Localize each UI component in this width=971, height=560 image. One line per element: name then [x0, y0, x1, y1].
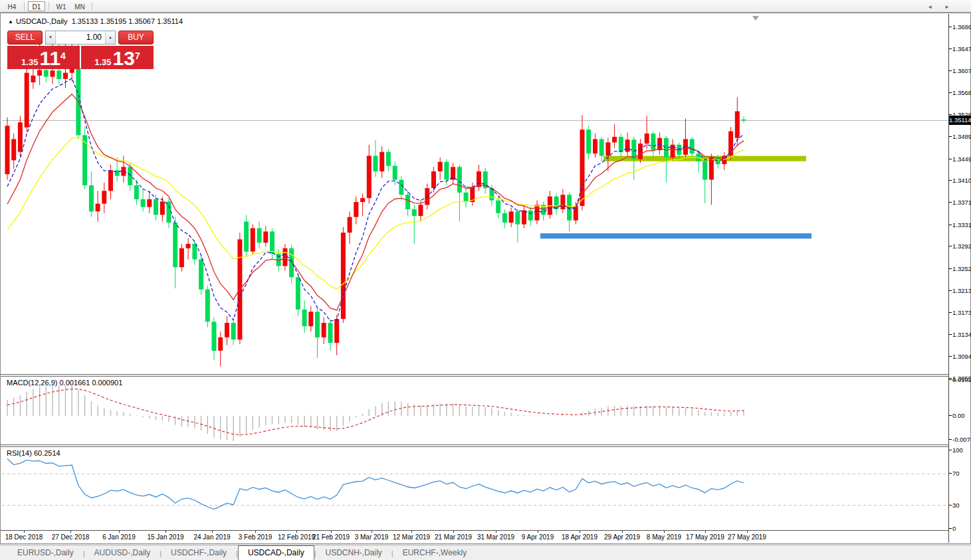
candle	[483, 168, 488, 194]
date-tick	[453, 531, 454, 533]
date-axis-label: 21 Mar 2019	[435, 533, 472, 541]
timeframe-button-mn[interactable]: MN	[71, 1, 88, 11]
timeframe-button-w1[interactable]: W1	[53, 1, 70, 11]
candle	[218, 331, 223, 366]
macd-chart[interactable]	[2, 377, 950, 444]
price-axis[interactable]: 1.368601.364701.360701.356801.352801.348…	[948, 14, 970, 543]
candle	[341, 227, 346, 323]
candle	[728, 127, 733, 160]
axis-tick	[949, 70, 952, 71]
chart-tab-audusd[interactable]: AUDUSD-,Daily	[85, 547, 160, 560]
candle	[567, 193, 572, 232]
tab-scroll-left-icon[interactable]: ◄	[927, 4, 944, 10]
date-tick	[331, 531, 332, 533]
price-chart-pane[interactable]: ▲USDCAD-,Daily 1.35133 1.35195 1.35067 1…	[2, 14, 950, 374]
axis-tick	[949, 312, 952, 313]
price-axis-label: 1.34890	[952, 133, 971, 140]
date-axis-label: 8 May 2019	[647, 533, 681, 541]
chart-shift-marker-icon[interactable]	[752, 16, 759, 21]
date-tick	[411, 531, 412, 533]
date-tick	[705, 531, 706, 533]
date-axis-label: 18 Apr 2019	[562, 533, 597, 541]
chart-tab-usdchf[interactable]: USDCHF-,Daily	[162, 547, 236, 560]
timeframe-toolbar: H4D1W1MN	[0, 0, 971, 13]
candle	[173, 217, 177, 288]
axis-tick	[949, 450, 952, 450]
candle	[528, 207, 533, 227]
moving-average-line[interactable]	[7, 94, 744, 310]
candle	[548, 191, 552, 219]
sell-price-pips: 11	[39, 50, 60, 67]
sell-quote-box[interactable]: 1.35 11 4	[7, 46, 80, 69]
rsi-line	[7, 459, 744, 510]
date-tick	[119, 531, 120, 533]
timeframe-button-h4[interactable]: H4	[3, 1, 21, 11]
support-blue[interactable]	[540, 233, 811, 238]
moving-average-line[interactable]	[7, 78, 744, 321]
date-axis-label: 17 May 2019	[686, 533, 724, 541]
candle	[225, 316, 229, 345]
candle	[328, 319, 333, 351]
rsi-indicator-pane[interactable]: RSI(14) 60.2514	[2, 447, 950, 530]
price-axis-label: 1.32130	[952, 287, 971, 294]
candle	[612, 124, 617, 148]
rsi-chart[interactable]	[2, 447, 950, 530]
price-axis-label: 1.36860	[952, 23, 971, 31]
candle	[735, 98, 740, 147]
candle	[586, 126, 591, 159]
rsi-axis-label: 0	[952, 525, 956, 532]
candle	[354, 197, 358, 225]
candle	[386, 149, 391, 172]
date-axis-label: 31 Mar 2019	[477, 533, 514, 541]
macd-indicator-pane[interactable]: MACD(12,26,9) 0.001661 0.000901	[2, 377, 950, 444]
buy-price-prefix: 1.35	[94, 57, 111, 67]
tab-scroll-right-icon[interactable]: ►	[944, 4, 962, 10]
volume-input[interactable]: 1.00	[56, 31, 105, 44]
axis-tick	[949, 378, 952, 379]
chart-tab-usdcnh[interactable]: USDCNH-,Daily	[316, 547, 391, 560]
mt4-terminal: H4D1W1MN ▲USDCAD-,Daily 1.35133 1.35195 …	[0, 0, 971, 560]
axis-tick	[949, 473, 952, 474]
axis-tick	[949, 92, 952, 93]
candle	[231, 319, 236, 345]
candle	[82, 127, 87, 189]
volume-decrease-icon[interactable]: ▼	[46, 31, 56, 44]
axis-tick	[949, 159, 952, 159]
date-axis-label: 3 Mar 2019	[355, 533, 389, 541]
candle	[451, 163, 455, 183]
candle	[535, 201, 540, 225]
price-axis-label: 1.34490	[952, 155, 971, 163]
axis-tick	[949, 379, 952, 380]
sell-button[interactable]: SELL	[7, 31, 43, 45]
candle	[683, 118, 688, 159]
sell-price-prefix: 1.35	[21, 57, 38, 67]
timeframe-button-d1[interactable]: D1	[28, 1, 45, 11]
volume-increase-icon[interactable]: ▲	[105, 31, 115, 44]
axis-tick	[949, 290, 952, 291]
date-tick	[255, 531, 256, 533]
date-axis-label: 15 Jan 2019	[147, 533, 183, 541]
date-axis-label: 12 Mar 2019	[393, 533, 430, 541]
sell-price-point: 4	[60, 46, 66, 66]
time-axis[interactable]: 18 Dec 201827 Dec 20186 Jan 201915 Jan 2…	[2, 531, 948, 543]
date-tick	[165, 531, 166, 533]
candle	[5, 118, 10, 180]
collapse-arrow-icon[interactable]: ▲	[8, 19, 13, 25]
chart-tab-eurchf[interactable]: EURCHF-,Weekly	[393, 547, 476, 560]
candle	[89, 171, 94, 217]
chart-tab-usdcad[interactable]: USDCAD-,Daily	[238, 545, 314, 560]
candle	[522, 206, 526, 229]
axis-tick	[949, 439, 952, 440]
buy-button[interactable]: BUY	[118, 31, 154, 45]
toolbar-separator	[49, 2, 49, 11]
chart-tab-eurusd[interactable]: EURUSD-,Daily	[8, 547, 83, 560]
candle	[102, 183, 106, 213]
candle	[438, 157, 443, 180]
toolbar-separator	[24, 2, 25, 11]
buy-quote-box[interactable]: 1.35 13 7	[81, 46, 154, 69]
date-tick	[24, 531, 25, 533]
candle	[263, 226, 268, 246]
candle	[702, 158, 707, 203]
chart-symbol-label: USDCAD-,Daily	[16, 17, 68, 25]
candle	[554, 194, 559, 215]
